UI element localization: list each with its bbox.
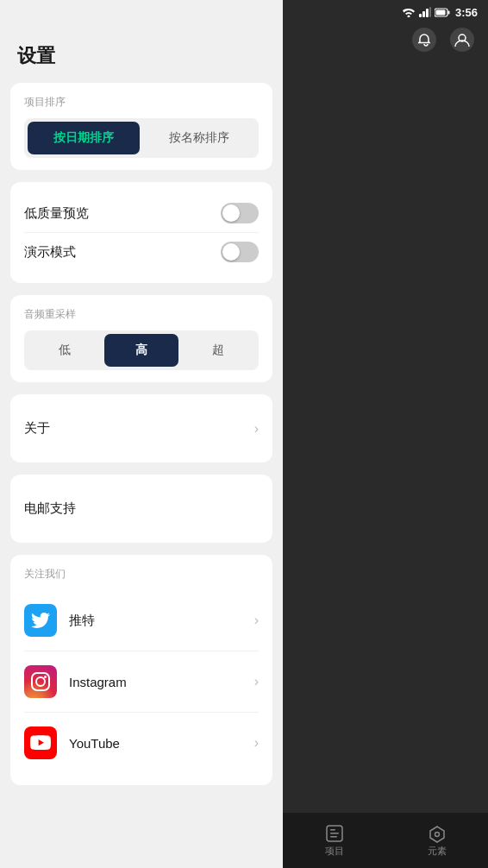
nav-item-elements[interactable]: 元素 xyxy=(428,824,447,858)
about-section[interactable]: 关于 › xyxy=(10,394,272,462)
elements-nav-icon xyxy=(428,824,447,843)
nav-item-projects[interactable]: 项目 xyxy=(325,824,344,858)
svg-point-2 xyxy=(44,676,47,678)
twitter-chevron-icon: › xyxy=(254,613,259,628)
svg-rect-14 xyxy=(330,833,339,834)
instagram-item[interactable]: Instagram › xyxy=(24,651,259,712)
bottom-nav: 项目 元素 xyxy=(283,813,488,868)
profile-icon[interactable] xyxy=(450,28,474,52)
twitter-label: 推特 xyxy=(69,613,95,629)
resample-ultra-button[interactable]: 超 xyxy=(182,334,255,367)
settings-panel: 设置 项目排序 按日期排序 按名称排序 低质量预览 演示模式 音频重采样 低 高… xyxy=(0,0,283,868)
elements-nav-label: 元素 xyxy=(428,845,447,858)
svg-point-11 xyxy=(450,28,474,52)
svg-rect-6 xyxy=(429,7,431,17)
sort-by-name-button[interactable]: 按名称排序 xyxy=(143,122,255,154)
email-section[interactable]: 电邮支持 xyxy=(10,475,272,543)
page-title: 设置 xyxy=(0,0,283,83)
twitter-item-left: 推特 xyxy=(24,604,95,637)
resample-button-group: 低 高 超 xyxy=(24,330,259,370)
toggles-section: 低质量预览 演示模式 xyxy=(10,182,272,283)
status-bar: 3:56 xyxy=(281,0,488,24)
signal-icon xyxy=(419,7,431,17)
svg-rect-15 xyxy=(330,829,335,831)
svg-point-17 xyxy=(435,832,439,836)
twitter-icon xyxy=(24,604,57,637)
email-item[interactable]: 电邮支持 xyxy=(24,487,259,531)
youtube-label: YouTube xyxy=(69,736,120,751)
twitter-item[interactable]: 推特 › xyxy=(24,590,259,651)
low-quality-knob xyxy=(222,204,240,222)
about-label: 关于 xyxy=(24,420,50,437)
about-chevron-icon: › xyxy=(254,421,259,437)
sort-button-group: 按日期排序 按名称排序 xyxy=(24,118,259,158)
youtube-item[interactable]: YouTube › xyxy=(24,713,259,773)
svg-rect-4 xyxy=(422,11,425,17)
youtube-icon xyxy=(24,726,57,759)
email-label: 电邮支持 xyxy=(24,500,76,517)
svg-rect-16 xyxy=(330,836,337,838)
right-panel: 3:56 项目 xyxy=(283,0,488,868)
resample-label: 音频重采样 xyxy=(24,307,259,322)
youtube-item-left: YouTube xyxy=(24,726,120,759)
wifi-icon xyxy=(402,7,416,17)
projects-nav-icon xyxy=(325,824,344,843)
demo-mode-knob xyxy=(222,243,240,261)
follow-section-label: 关注我们 xyxy=(24,567,259,582)
demo-mode-label: 演示模式 xyxy=(24,244,76,261)
low-quality-label: 低质量预览 xyxy=(24,205,89,222)
status-icons xyxy=(402,7,450,17)
battery-icon xyxy=(435,8,450,17)
resample-section: 音频重采样 低 高 超 xyxy=(10,295,272,382)
demo-mode-toggle[interactable] xyxy=(221,242,259,262)
status-time: 3:56 xyxy=(455,6,478,19)
instagram-item-left: Instagram xyxy=(24,665,127,698)
about-item[interactable]: 关于 › xyxy=(24,406,259,450)
svg-rect-5 xyxy=(426,9,429,17)
svg-rect-8 xyxy=(447,10,449,14)
resample-low-button[interactable]: 低 xyxy=(28,334,101,367)
sort-section: 项目排序 按日期排序 按名称排序 xyxy=(10,83,272,170)
sort-section-label: 项目排序 xyxy=(24,95,259,110)
instagram-label: Instagram xyxy=(69,675,127,689)
projects-nav-label: 项目 xyxy=(325,845,344,858)
resample-high-button[interactable]: 高 xyxy=(104,334,178,367)
instagram-chevron-icon: › xyxy=(254,674,259,689)
svg-rect-0 xyxy=(32,673,49,690)
youtube-chevron-icon: › xyxy=(254,735,259,751)
svg-point-1 xyxy=(36,677,45,686)
svg-point-10 xyxy=(412,28,436,52)
follow-section: 关注我们 推特 › xyxy=(10,555,272,785)
low-quality-toggle-row: 低质量预览 xyxy=(24,194,259,232)
svg-rect-3 xyxy=(419,14,422,17)
instagram-icon xyxy=(24,665,57,698)
demo-mode-toggle-row: 演示模式 xyxy=(24,232,259,271)
low-quality-toggle[interactable] xyxy=(221,203,259,223)
sort-by-date-button[interactable]: 按日期排序 xyxy=(28,122,140,154)
svg-rect-9 xyxy=(435,9,445,15)
bell-icon[interactable] xyxy=(412,28,436,52)
